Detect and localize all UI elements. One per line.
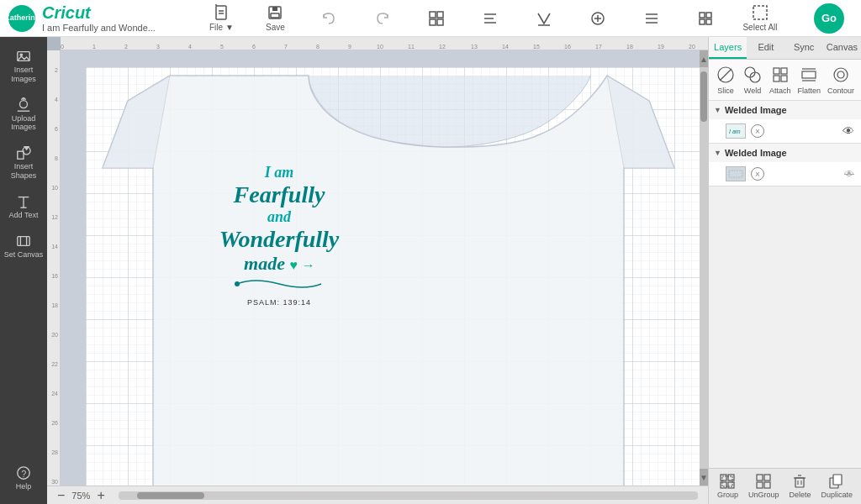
ungroup-button[interactable]: UnGroup bbox=[748, 474, 779, 499]
layer-delete-1-button[interactable]: × bbox=[751, 124, 764, 138]
tab-sync[interactable]: Sync bbox=[785, 37, 823, 59]
attach-button[interactable]: Attach bbox=[769, 65, 791, 95]
svg-rect-65 bbox=[764, 482, 770, 488]
design-line2: Fearfully bbox=[178, 181, 380, 208]
canvas-icon bbox=[16, 234, 31, 249]
sidebar-item-insert-images[interactable]: Insert Images bbox=[0, 44, 47, 89]
chevron-1: ▼ bbox=[714, 106, 721, 114]
sidebar-item-insert-shapes[interactable]: InsertShapes bbox=[0, 140, 47, 186]
sidebar-item-help[interactable]: ? Help bbox=[13, 460, 35, 497]
svg-rect-22 bbox=[700, 19, 705, 24]
right-tabs: Layers Edit Sync Canvas bbox=[709, 37, 861, 60]
tab-edit[interactable]: Edit bbox=[747, 37, 784, 59]
go-button[interactable]: Go bbox=[814, 3, 844, 34]
layer-visibility-2-button[interactable]: 👁 bbox=[844, 168, 854, 180]
sidebar-item-add-text[interactable]: Add Text bbox=[0, 189, 47, 225]
layer-group-1-label: Welded Image bbox=[725, 105, 787, 115]
svg-rect-23 bbox=[706, 19, 711, 24]
svg-rect-6 bbox=[430, 12, 436, 18]
design-decoration bbox=[178, 276, 380, 295]
grid-icon bbox=[428, 10, 445, 27]
project-title: I am Fearfully and Wonde... bbox=[42, 23, 156, 33]
zoom-level: 75% bbox=[71, 491, 90, 501]
design-line5: made ♥ → bbox=[178, 253, 380, 274]
undo-icon bbox=[320, 10, 337, 27]
undo-button[interactable] bbox=[312, 10, 346, 27]
svg-point-53 bbox=[834, 68, 848, 81]
svg-rect-64 bbox=[757, 482, 763, 488]
more-button[interactable] bbox=[635, 10, 668, 27]
upload-images-label: UploadImages bbox=[11, 114, 36, 133]
svg-rect-56 bbox=[729, 171, 742, 177]
svg-rect-7 bbox=[437, 12, 443, 18]
svg-rect-61 bbox=[722, 476, 732, 486]
layer-group-1-header[interactable]: ▼ Welded Image bbox=[709, 101, 861, 119]
slice-icon bbox=[716, 65, 736, 85]
group-button[interactable]: Group bbox=[717, 474, 738, 499]
logo-area: Katherine Cricut I am Fearfully and Wond… bbox=[0, 3, 168, 33]
help-icon: ? bbox=[16, 465, 31, 480]
layer-item-1: I am × 👁 bbox=[709, 119, 861, 143]
contour-button[interactable]: Contour bbox=[827, 65, 854, 95]
canvas-grid[interactable]: I am Fearfully and Wonderfully made ♥ → bbox=[61, 50, 708, 504]
duplicate-icon bbox=[829, 474, 844, 489]
chevron-2: ▼ bbox=[714, 149, 721, 157]
svg-marker-32 bbox=[24, 146, 29, 150]
image-icon bbox=[16, 49, 31, 64]
align-button[interactable] bbox=[473, 10, 507, 27]
svg-rect-20 bbox=[700, 13, 705, 18]
layer-thumb-1-icon: I am bbox=[728, 126, 743, 136]
sidebar-item-upload-images[interactable]: UploadImages bbox=[0, 92, 47, 138]
insert-shapes-label: InsertShapes bbox=[11, 162, 37, 181]
layer-visibility-1-button[interactable]: 👁 bbox=[843, 124, 854, 138]
user-avatar[interactable]: Katherine bbox=[8, 5, 35, 32]
zoom-controls: − 75% + bbox=[54, 488, 108, 503]
canvas-container[interactable]: 0 1 2 3 4 5 6 7 8 9 10 11 12 13 14 15 16… bbox=[47, 37, 708, 504]
svg-rect-66 bbox=[795, 478, 804, 487]
scroll-thumb-v[interactable] bbox=[700, 71, 707, 122]
tab-canvas[interactable]: Canvas bbox=[823, 37, 861, 59]
left-sidebar: Insert Images UploadImages InsertShapes bbox=[0, 37, 47, 504]
layer-group-2: ▼ Welded Image × 👁 bbox=[709, 144, 861, 186]
flatten-button[interactable]: Flatten bbox=[797, 65, 821, 95]
horizontal-scrollbar[interactable] bbox=[119, 491, 698, 500]
save-button[interactable]: Save bbox=[258, 4, 292, 32]
svg-point-41 bbox=[235, 281, 240, 286]
more-icon bbox=[643, 10, 660, 27]
layer-thumb-2-icon bbox=[728, 169, 743, 179]
delete-button[interactable]: Delete bbox=[789, 474, 811, 499]
svg-rect-0 bbox=[216, 6, 226, 19]
file-button[interactable]: File ▼ bbox=[204, 4, 238, 32]
set-canvas-label: Set Canvas bbox=[4, 250, 44, 260]
flip-button[interactable] bbox=[527, 10, 561, 27]
bottombar: − 75% + bbox=[47, 486, 708, 504]
svg-rect-62 bbox=[757, 475, 763, 480]
flip-icon bbox=[536, 10, 552, 27]
layer-group-2-header[interactable]: ▼ Welded Image bbox=[709, 144, 861, 162]
grid-button[interactable] bbox=[420, 10, 453, 27]
tab-layers[interactable]: Layers bbox=[709, 37, 747, 59]
sidebar-item-set-canvas[interactable]: Set Canvas bbox=[0, 228, 47, 265]
topbar: Katherine Cricut I am Fearfully and Wond… bbox=[0, 0, 861, 37]
zoom-in-button[interactable]: + bbox=[93, 488, 108, 503]
duplicate-button[interactable]: Duplicate bbox=[821, 474, 853, 499]
align-icon bbox=[482, 10, 499, 27]
design-content: I am Fearfully and Wonderfully made ♥ → bbox=[178, 164, 380, 307]
select-all-button[interactable]: Select All bbox=[742, 4, 777, 32]
redo-button[interactable] bbox=[366, 10, 399, 27]
vertical-scrollbar[interactable]: ▲ ▼ bbox=[700, 50, 708, 486]
scroll-thumb-h[interactable] bbox=[137, 492, 204, 499]
more2-icon bbox=[697, 10, 714, 27]
add-button[interactable] bbox=[581, 10, 615, 27]
layer-delete-2-button[interactable]: × bbox=[751, 167, 764, 181]
more2-button[interactable] bbox=[689, 10, 722, 27]
weld-icon bbox=[742, 65, 763, 85]
weld-button[interactable]: Weld bbox=[742, 65, 763, 95]
canvas-white[interactable]: I am Fearfully and Wonderfully made ♥ → bbox=[86, 67, 708, 504]
svg-text:I am: I am bbox=[729, 129, 741, 134]
save-icon bbox=[267, 4, 283, 21]
insert-images-label: Insert Images bbox=[3, 66, 44, 84]
svg-rect-47 bbox=[781, 68, 787, 74]
zoom-out-button[interactable]: − bbox=[54, 488, 68, 503]
slice-button[interactable]: Slice bbox=[716, 65, 736, 95]
